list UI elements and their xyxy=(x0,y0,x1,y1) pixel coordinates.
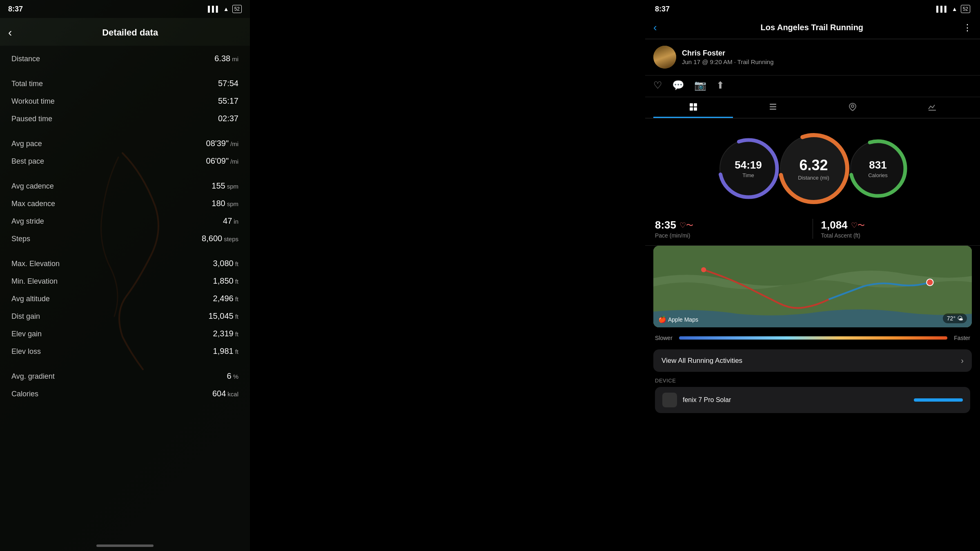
camera-button[interactable]: 📷 xyxy=(694,80,706,91)
table-row: Workout time 55:17 xyxy=(0,92,250,110)
status-bar-right: 8:37 ▌▌▌ ▲ 52 xyxy=(645,0,980,18)
time-value: 54:19 xyxy=(735,159,762,171)
calories-circle: 831 Calories xyxy=(846,137,910,200)
data-value-distance: 6.38 xyxy=(214,54,230,63)
table-row: Elev gain 2,319 ft xyxy=(0,325,250,342)
table-row: Avg pace 08'39" /mi xyxy=(0,135,250,152)
wifi-icon-right: ▲ xyxy=(952,6,958,12)
wifi-icon: ▲ xyxy=(223,6,229,12)
distance-value: 6.32 xyxy=(799,157,828,174)
share-button[interactable]: ⬆ xyxy=(716,80,724,91)
view-all-chevron-icon: › xyxy=(961,356,964,365)
left-page-title: Detailed data xyxy=(18,27,242,38)
table-row: Total time 57:54 xyxy=(0,75,250,92)
gradient-bar xyxy=(679,336,948,340)
divider xyxy=(813,219,813,239)
activity-meta: Chris Foster Jun 17 @ 9:20 AM · Trail Ru… xyxy=(645,39,980,76)
svg-rect-2 xyxy=(690,107,693,111)
table-row: Avg cadence 155 spm xyxy=(0,177,250,195)
svg-rect-1 xyxy=(694,103,697,107)
signal-icon-right: ▌▌▌ xyxy=(936,6,949,12)
table-row: Min. Elevation 1,850 ft xyxy=(0,272,250,290)
distance-label: Distance (mi) xyxy=(798,175,829,181)
distance-circle: 6.32 Distance (mi) xyxy=(775,130,853,207)
stats-circles: 54:19 Time 6.32 Distance (mi) 831 Ca xyxy=(645,118,980,216)
data-list: Distance 6.38 mi Total time 57:54 Workou… xyxy=(0,46,250,551)
ascent-value: 1,084 xyxy=(821,219,848,231)
table-row: Avg. gradient 6 % xyxy=(0,367,250,385)
left-header: ‹ Detailed data xyxy=(0,18,250,46)
left-back-button[interactable]: ‹ xyxy=(8,26,12,39)
device-progress-bar xyxy=(914,398,963,402)
map-section[interactable]: 🍎 Apple Maps 72° 🌤 xyxy=(653,246,972,327)
device-section: DEVICE fenix 7 Pro Solar xyxy=(645,376,980,416)
ascent-heart-icon: ♡〜 xyxy=(851,220,865,230)
right-panel: 8:37 ▌▌▌ ▲ 52 ‹ Los Angeles Trail Runnin… xyxy=(645,0,980,551)
svg-rect-3 xyxy=(694,107,697,111)
scroll-indicator xyxy=(96,544,154,547)
svg-rect-0 xyxy=(690,103,693,107)
gap xyxy=(250,0,645,551)
svg-rect-5 xyxy=(770,106,776,107)
pace-section: 8:35 ♡〜 Pace (min/mi) 1,084 ♡〜 Total Asc… xyxy=(645,216,980,246)
device-name: fenix 7 Pro Solar xyxy=(683,396,731,404)
right-header: ‹ Los Angeles Trail Running ⋮ xyxy=(645,18,980,39)
table-row: Calories 604 kcal xyxy=(0,385,250,402)
faster-label: Faster xyxy=(954,335,970,341)
svg-rect-4 xyxy=(770,104,776,105)
device-section-label: DEVICE xyxy=(655,378,970,384)
status-icons-left: ▌▌▌ ▲ 52 xyxy=(208,5,242,13)
ascent-label: Total Ascent (ft) xyxy=(821,232,971,239)
status-bar-left: 8:37 ▌▌▌ ▲ 52 xyxy=(0,0,250,18)
calories-label: Calories xyxy=(868,172,888,178)
table-row: Best pace 06'09" /mi xyxy=(0,152,250,170)
table-row: Paused time 02:37 xyxy=(0,110,250,127)
table-row: Steps 8,600 steps xyxy=(0,230,250,247)
table-row: Avg altitude 2,496 ft xyxy=(0,290,250,307)
tab-overview[interactable] xyxy=(653,97,733,118)
weather-badge: 72° 🌤 xyxy=(943,313,967,323)
data-label-distance: Distance xyxy=(11,55,214,63)
more-options-button[interactable]: ⋮ xyxy=(963,22,972,33)
pace-heart-icon: ♡〜 xyxy=(679,220,693,230)
device-icon xyxy=(662,393,677,407)
pace-label: Pace (min/mi) xyxy=(655,232,804,239)
table-row: Distance 6.38 mi xyxy=(0,50,250,67)
pace-value: 8:35 xyxy=(655,219,676,231)
status-icons-right: ▌▌▌ ▲ 52 xyxy=(936,5,970,13)
signal-icon: ▌▌▌ xyxy=(208,6,220,12)
tab-charts[interactable] xyxy=(892,97,972,118)
view-all-label: View All Running Activities xyxy=(662,357,742,365)
activity-date: Jun 17 @ 9:20 AM · Trail Running xyxy=(682,58,774,65)
table-row: Avg stride 47 in xyxy=(0,212,250,230)
status-time-right: 8:37 xyxy=(655,5,670,13)
comment-button[interactable]: 💬 xyxy=(672,80,684,91)
tab-details[interactable] xyxy=(733,97,813,118)
tab-route[interactable] xyxy=(813,97,892,118)
map-apple-label: 🍎 Apple Maps xyxy=(658,315,698,323)
table-row: Max cadence 180 spm xyxy=(0,195,250,212)
right-back-button[interactable]: ‹ xyxy=(653,21,657,34)
slower-label: Slower xyxy=(655,335,673,341)
battery-icon-right: 52 xyxy=(961,5,970,13)
calories-value: 831 xyxy=(869,159,886,171)
like-button[interactable]: ♡ xyxy=(653,80,662,91)
right-page-title: Los Angeles Trail Running xyxy=(661,23,963,32)
device-row: fenix 7 Pro Solar xyxy=(655,387,970,413)
table-row: Dist gain 15,045 ft xyxy=(0,307,250,325)
svg-rect-6 xyxy=(770,109,776,110)
table-row: Max. Elevation 3,080 ft xyxy=(0,255,250,272)
view-all-button[interactable]: View All Running Activities › xyxy=(653,349,972,372)
svg-point-17 xyxy=(701,267,706,272)
left-panel: 8:37 ▌▌▌ ▲ 52 ‹ Detailed data Distance 6… xyxy=(0,0,250,551)
avatar xyxy=(653,46,676,69)
svg-point-18 xyxy=(927,279,933,286)
action-bar: ♡ 💬 📷 ⬆ xyxy=(645,76,980,97)
time-circle: 54:19 Time xyxy=(716,136,781,201)
pace-gradient: Slower Faster xyxy=(645,332,980,347)
tab-bar xyxy=(645,97,980,118)
table-row: Elev loss 1,981 ft xyxy=(0,342,250,360)
time-label: Time xyxy=(742,172,754,178)
battery-icon: 52 xyxy=(232,5,242,13)
user-name: Chris Foster xyxy=(682,49,774,58)
